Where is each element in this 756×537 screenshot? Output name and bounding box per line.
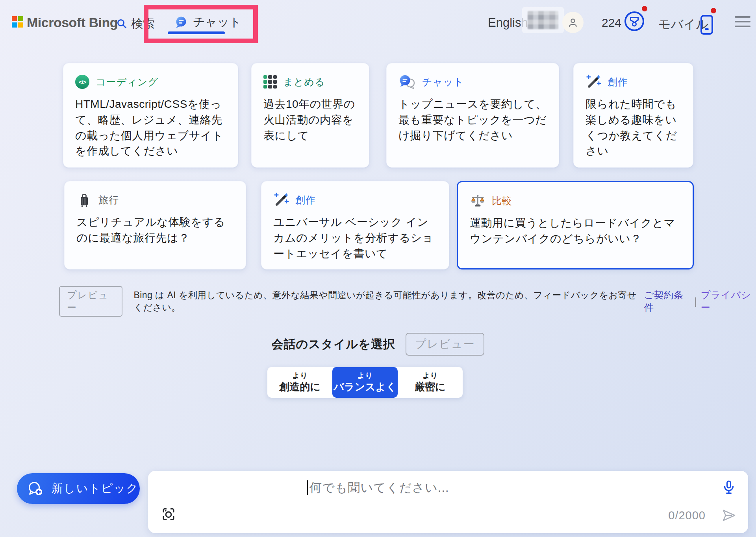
chat-bubbles-icon <box>398 74 416 90</box>
card-prompt-text: HTML/Javascript/CSSを使って、略歴、レジュメ、連絡先の載った個… <box>75 96 226 159</box>
character-counter: 0/2000 <box>668 509 706 522</box>
suggestion-card-travel[interactable]: 旅行 スピリチュアルな体験をするのに最適な旅行先は？ <box>64 181 246 269</box>
balance-scales-icon <box>470 194 485 208</box>
card-prompt-text: 限られた時間でも楽しめる趣味をいくつか教えてください <box>586 96 681 159</box>
chat-input[interactable] <box>309 478 665 498</box>
suggestion-card-summarize[interactable]: まとめる 過去10年の世界の火山活動の内容を表にして <box>251 63 369 168</box>
new-topic-chat-plus-icon <box>26 480 44 497</box>
card-category: 比較 <box>492 194 512 207</box>
microphone-icon <box>721 480 737 495</box>
card-prompt-text: ユニバーサル ベーシック インカムのメリットを分析するショートエッセイを書いて <box>273 214 437 261</box>
card-category: コーディング <box>96 76 158 89</box>
person-icon <box>567 17 578 28</box>
suggestion-card-create-2[interactable]: 創作 ユニバーサル ベーシック インカムのメリットを分析するショートエッセイを書… <box>261 181 449 269</box>
new-topic-button[interactable]: 新しいトピック <box>17 473 140 504</box>
top-bar: Microsoft Bing 検索 チャット English <box>0 0 756 43</box>
card-category: 創作 <box>295 194 316 207</box>
suggestion-card-compare-selected[interactable]: 比較 運動用に買うとしたらロードバイクとマウンテンバイクのどちらがいい？ <box>457 181 694 269</box>
style-option-label: 創造的に <box>279 380 321 393</box>
style-selector-title: 会話のスタイルを選択 <box>272 336 395 352</box>
table-grid-icon <box>263 75 277 89</box>
style-option-prefix: より <box>292 371 308 380</box>
send-icon <box>720 506 738 524</box>
luggage-icon <box>76 192 92 207</box>
preview-badge: プレビュー <box>59 286 122 317</box>
rewards-notification-dot <box>642 6 647 11</box>
card-category: まとめる <box>283 76 325 89</box>
privacy-link[interactable]: プライバシー <box>701 289 756 314</box>
card-category: 旅行 <box>98 194 119 207</box>
microsoft-logo-icon[interactable] <box>12 16 23 28</box>
bing-chat-page: Microsoft Bing 検索 チャット English <box>0 0 756 537</box>
card-category: チャット <box>422 76 464 89</box>
rewards-button[interactable] <box>624 11 647 33</box>
rewards-medal-icon <box>624 11 645 32</box>
style-option-label: バランスよく <box>334 380 397 393</box>
camera-viewfinder-icon <box>161 506 176 522</box>
rewards-points: 224 <box>602 16 621 30</box>
card-prompt-text: 過去10年の世界の火山活動の内容を表にして <box>263 96 357 143</box>
microphone-button[interactable] <box>721 480 737 497</box>
text-caret <box>307 480 308 495</box>
disclaimer-row: プレビュー Bing は AI を利用しているため、意外な結果や間違いが起きる可… <box>59 293 756 310</box>
card-prompt-text: スピリチュアルな体験をするのに最適な旅行先は？ <box>76 214 234 246</box>
style-selector-header: 会話のスタイルを選択 プレビュー <box>0 333 756 356</box>
style-option-prefix: より <box>358 371 373 380</box>
hamburger-menu-icon[interactable] <box>735 16 750 27</box>
user-name-redaction <box>528 11 558 29</box>
card-category: 創作 <box>608 76 628 89</box>
style-option-prefix: より <box>422 371 438 380</box>
chat-input-container: 0/2000 <box>148 471 748 533</box>
mobile-notification-dot <box>711 8 716 13</box>
link-separator: | <box>694 295 697 308</box>
search-icon <box>117 18 127 29</box>
conversation-style-toggle: より 創造的に より バランスよく より 厳密に <box>267 367 463 398</box>
suggestion-card-coding[interactable]: </> コーディング HTML/Javascript/CSSを使って、略歴、レジ… <box>63 63 238 168</box>
card-prompt-text: トップニュースを要約して、最も重要なトピックを一つだけ掘り下げてください <box>398 96 547 143</box>
code-icon: </> <box>75 75 89 89</box>
style-option-label: 厳密に <box>415 380 446 393</box>
terms-link[interactable]: ご契約条件 <box>644 289 689 314</box>
phone-home-dash <box>705 28 709 30</box>
user-name-blurred[interactable] <box>522 7 564 33</box>
account-avatar[interactable] <box>562 12 584 33</box>
mobile-app-button[interactable] <box>700 14 719 35</box>
disclaimer-text: Bing は AI を利用しているため、意外な結果や間違いが起きる可能性がありま… <box>133 289 638 314</box>
card-prompt-text: 運動用に買うとしたらロードバイクとマウンテンバイクのどちらがいい？ <box>470 215 681 247</box>
style-preview-badge: プレビュー <box>406 333 485 356</box>
brand-title[interactable]: Microsoft Bing <box>27 15 118 30</box>
magic-wand-icon <box>586 74 601 89</box>
magic-wand-icon <box>273 192 289 207</box>
suggestion-card-create[interactable]: 創作 限られた時間でも楽しめる趣味をいくつか教えてください <box>573 63 693 168</box>
new-topic-label: 新しいトピック <box>52 481 139 496</box>
send-button[interactable] <box>720 506 738 526</box>
suggestion-card-chat[interactable]: チャット トップニュースを要約して、最も重要なトピックを一つだけ掘り下げてくださ… <box>386 63 559 168</box>
annotation-highlight-box <box>144 5 258 43</box>
style-option-precise[interactable]: より 厳密に <box>398 367 463 398</box>
phone-icon <box>700 15 713 35</box>
style-option-balanced-selected[interactable]: より バランスよく <box>332 367 397 398</box>
visual-search-button[interactable] <box>161 506 176 524</box>
style-option-creative[interactable]: より 創造的に <box>267 367 332 398</box>
